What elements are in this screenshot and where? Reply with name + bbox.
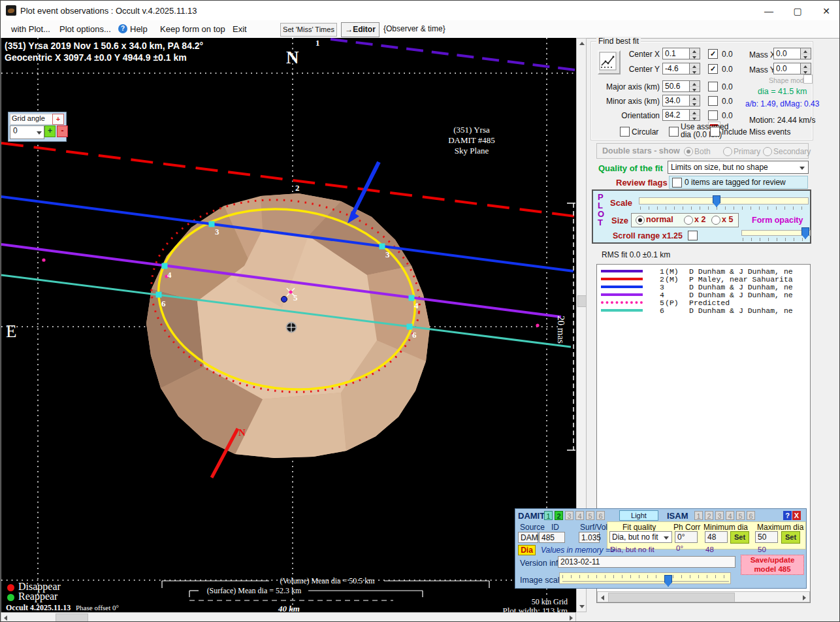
orientation-fix-checkbox[interactable] (708, 110, 718, 120)
scale-slider-thumb[interactable] (713, 195, 720, 207)
size-x5-radio[interactable] (711, 216, 720, 225)
observer-row[interactable]: 5(P)Predicted (597, 299, 810, 306)
source-label: Source (520, 523, 545, 532)
review-flags-checkbox[interactable] (672, 178, 682, 188)
max-set-button[interactable]: Set (781, 531, 800, 544)
minor-axis-spinner[interactable]: 34.0 (662, 95, 700, 106)
orientation-spinner[interactable]: 84.2 (662, 109, 700, 121)
minor-axis-fix-checkbox[interactable] (708, 96, 718, 106)
double-both-radio[interactable] (684, 147, 693, 156)
grid-angle-select[interactable]: 0 (10, 125, 44, 139)
damit-close-button[interactable]: X (792, 511, 801, 520)
set-miss-times-button[interactable]: Set 'Miss' Times (280, 23, 337, 37)
scroll-left-icon[interactable] (601, 595, 604, 600)
use-assumed-checkbox[interactable] (669, 127, 679, 137)
damit-help-button[interactable]: ? (783, 511, 792, 520)
damit-tab-6[interactable]: 6 (596, 511, 605, 520)
version-info-box[interactable]: 2013-02-11 (558, 556, 735, 568)
scroll-right-icon[interactable] (570, 615, 573, 621)
minimize-icon[interactable]: — (759, 5, 779, 18)
isam-tab-1[interactable]: 1 (694, 511, 703, 520)
size-x2-radio[interactable] (684, 216, 693, 225)
image-scale-slider[interactable] (559, 572, 731, 584)
menu-plot-options[interactable]: Plot options... (59, 24, 111, 34)
damit-tab-2[interactable]: 2 (555, 511, 563, 520)
observer-row[interactable]: 6D Dunham & J Dunham, ne (597, 306, 810, 314)
center-x-fix-checkbox[interactable] (708, 49, 718, 59)
size-radio-group: normal x 2 x 5 (631, 213, 739, 227)
menu-keep-on-top[interactable]: Keep form on top (160, 24, 225, 34)
damit-tab-1[interactable]: 1 (544, 511, 553, 520)
center-y-fix-checkbox[interactable] (708, 64, 718, 74)
mass-x-spinner[interactable]: 0.0 (773, 48, 811, 59)
dia-value: dia = 41.5 km (758, 87, 807, 96)
mass-y-spinner[interactable]: 0.0 (773, 63, 811, 74)
scroll-right-icon[interactable] (803, 595, 806, 600)
quality-label: Quality of the fit (598, 163, 663, 173)
menu-exit[interactable]: Exit (233, 24, 247, 34)
ph-corr-box[interactable]: 0° (675, 531, 698, 543)
min-dia-box[interactable]: 48 (705, 531, 728, 543)
double-primary-radio[interactable] (723, 147, 732, 156)
isam-tab-6[interactable]: 6 (747, 511, 755, 520)
damit-tab-5[interactable]: 5 (586, 511, 594, 520)
center-x-spinner[interactable]: 0.1 (662, 48, 700, 59)
center-y-spinner[interactable]: -4.6 (662, 63, 700, 74)
sky-plane-plot[interactable]: (351) Yrsa 2019 Nov 1 50.6 x 34.0 km, PA… (1, 38, 577, 612)
shape-model-checkbox[interactable] (803, 74, 813, 84)
window-title: Plot event observations : Occult v.4.202… (20, 6, 197, 16)
double-secondary-radio[interactable] (763, 147, 772, 156)
close-icon[interactable]: ✕ (816, 5, 836, 18)
observer-hscrollbar[interactable] (597, 591, 810, 602)
major-axis-fix-checkbox[interactable] (708, 82, 718, 91)
damit-tab-4[interactable]: 4 (575, 511, 584, 520)
min-set-button[interactable]: Set (730, 531, 749, 544)
chevron-down-icon (37, 131, 42, 135)
id-box[interactable]: 485 (539, 532, 565, 543)
plot-vscroll-thumb[interactable] (577, 295, 587, 307)
grid-angle-plus-button[interactable]: + (44, 125, 56, 137)
plot-hscrollbar[interactable] (1, 612, 576, 622)
major-axis-resid: 0.0 (722, 82, 733, 91)
memory-min: 48 (705, 546, 714, 553)
size-normal-radio[interactable] (636, 216, 645, 225)
plot-hscroll-thumb[interactable] (56, 614, 88, 622)
scroll-up-icon[interactable] (579, 42, 585, 45)
grid-angle-minus-button[interactable]: - (57, 125, 68, 137)
observer-row[interactable]: 4D Dunham & J Dunham, ne (597, 291, 810, 299)
observer-hscroll-thumb[interactable] (608, 593, 735, 602)
save-update-button[interactable]: Save/updatemodel 485 (741, 555, 804, 575)
grid-angle-close-icon[interactable]: + (52, 114, 64, 125)
chord-label-5: 5 (293, 293, 298, 303)
max-dia-box[interactable]: 50 (755, 531, 778, 543)
light-curves-button[interactable]: Light curves (619, 510, 658, 521)
editor-button[interactable]: →Editor (341, 22, 380, 37)
isam-tab-4[interactable]: 4 (726, 511, 734, 520)
caption-plane: Sky Plane (423, 146, 521, 156)
scroll-left-icon[interactable] (4, 615, 7, 621)
include-miss-checkbox[interactable] (710, 127, 720, 137)
observer-row[interactable]: 1(M)D Dunham & J Dunham, ne (597, 267, 810, 275)
scroll-down-icon[interactable] (579, 605, 585, 608)
observer-time-label[interactable]: {Observer & time} (383, 24, 445, 33)
quality-select[interactable]: Limits on size, but no shape (668, 161, 809, 174)
scroll-range-checkbox[interactable] (688, 231, 698, 240)
damit-tab-3[interactable]: 3 (565, 511, 573, 520)
dia-button[interactable]: Dia (518, 545, 536, 555)
menu-help[interactable]: Help (130, 24, 148, 34)
isam-tab-5[interactable]: 5 (736, 511, 745, 520)
geocentric-target-marker (287, 323, 297, 333)
menu-with-plot[interactable]: with Plot... (11, 24, 50, 34)
major-axis-spinner[interactable]: 50.6 (662, 80, 700, 92)
observer-row[interactable]: 3D Dunham & J Dunham, ne (597, 283, 810, 291)
east-label: E (6, 321, 17, 342)
observer-row[interactable]: 2(M)P Maley, near Sahuarita (597, 275, 810, 283)
isam-tab-3[interactable]: 3 (715, 511, 724, 520)
fit-quality-select[interactable]: Dia, but no fit (609, 531, 672, 543)
isam-tab-2[interactable]: 2 (705, 511, 713, 520)
circular-checkbox[interactable] (620, 127, 630, 137)
scale-slider[interactable] (639, 197, 809, 205)
image-scale-thumb[interactable] (664, 575, 672, 587)
maximize-icon[interactable]: ▢ (788, 5, 807, 18)
form-opacity-slider[interactable] (741, 230, 811, 236)
